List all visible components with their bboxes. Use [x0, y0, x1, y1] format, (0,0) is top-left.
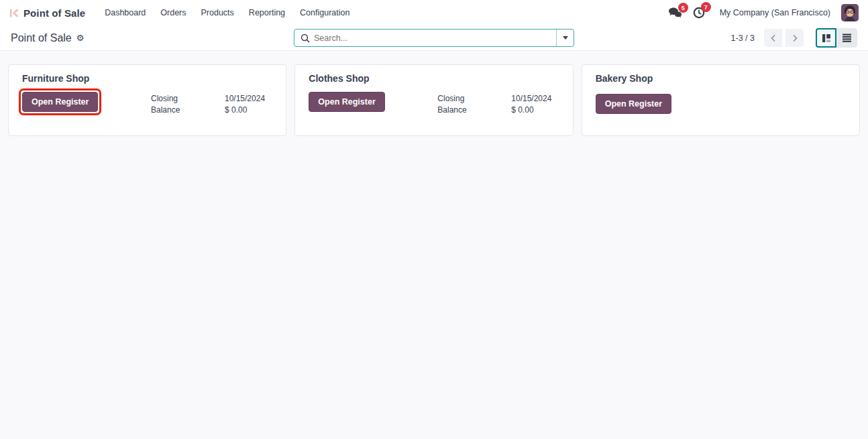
card-title[interactable]: Clothes Shop — [309, 73, 559, 84]
company-switcher[interactable]: My Company (San Francisco) — [720, 8, 830, 17]
search-icon — [294, 34, 314, 43]
chevron-down-icon — [563, 36, 568, 40]
closing-balance-label: Closing Balance — [151, 93, 191, 116]
closing-date: 10/15/2024 — [225, 93, 265, 105]
closing-balance-row: Closing Balance 10/15/2024 $ 0.00 — [151, 92, 265, 116]
open-register-button[interactable]: Open Register — [309, 92, 384, 112]
nav-item-orders[interactable]: Orders — [154, 5, 192, 21]
closing-amount: $ 0.00 — [511, 105, 551, 116]
closing-date: 10/15/2024 — [511, 93, 551, 105]
kanban-view-button[interactable] — [816, 28, 836, 48]
activities-badge: 7 — [701, 2, 711, 12]
list-icon — [842, 34, 852, 42]
chevron-left-icon — [769, 34, 777, 42]
nav-item-dashboard[interactable]: Dashboard — [99, 5, 152, 21]
nav-item-products[interactable]: Products — [195, 5, 240, 21]
open-register-button[interactable]: Open Register — [596, 94, 671, 114]
app-switcher[interactable]: Point of Sale — [9, 7, 85, 19]
main-menu: Dashboard Orders Products Reporting Conf… — [99, 5, 356, 21]
highlight-annotation: Open Register — [19, 88, 101, 115]
gear-icon[interactable]: ⚙ — [76, 34, 85, 42]
page-title[interactable]: Point of Sale — [11, 32, 72, 44]
nav-item-configuration[interactable]: Configuration — [294, 5, 356, 21]
closing-balance-label: Closing Balance — [437, 93, 478, 116]
user-avatar[interactable] — [841, 4, 859, 21]
open-register-button[interactable]: Open Register — [22, 92, 98, 112]
pos-card-furniture-shop: Furniture Shop Open Register Closing Bal… — [8, 64, 286, 136]
pager-counter: 1-3 / 3 — [731, 34, 755, 43]
list-view-button[interactable] — [836, 28, 857, 48]
search-input[interactable] — [314, 34, 556, 43]
pos-card-clothes-shop: Clothes Shop Open Register Closing Balan… — [294, 64, 573, 136]
closing-amount: $ 0.00 — [225, 105, 265, 116]
activities-button[interactable]: 7 — [693, 7, 705, 19]
search-bar — [294, 29, 574, 47]
pager-next-button[interactable] — [785, 29, 804, 47]
systray: 5 7 My Company (San Francisco) — [668, 4, 859, 21]
control-panel: Point of Sale ⚙ 1-3 / 3 — [0, 25, 868, 51]
card-title[interactable]: Furniture Shop — [22, 73, 272, 84]
pager-previous-button[interactable] — [764, 29, 782, 47]
top-navbar: Point of Sale Dashboard Orders Products … — [0, 0, 868, 25]
pos-app-icon — [9, 8, 19, 18]
kanban-view: Furniture Shop Open Register Closing Bal… — [0, 51, 868, 439]
pos-card-bakery-shop: Bakery Shop Open Register — [582, 64, 860, 136]
nav-item-reporting[interactable]: Reporting — [243, 5, 291, 21]
kanban-icon — [822, 34, 831, 43]
breadcrumb: Point of Sale ⚙ — [11, 32, 292, 44]
card-title[interactable]: Bakery Shop — [596, 73, 846, 84]
closing-balance-row: Closing Balance 10/15/2024 $ 0.00 — [437, 92, 551, 116]
search-options-toggle[interactable] — [556, 29, 574, 46]
messages-button[interactable]: 5 — [668, 7, 682, 18]
view-switcher — [816, 28, 857, 48]
app-name: Point of Sale — [23, 7, 85, 19]
chevron-right-icon — [791, 34, 799, 42]
messages-badge: 5 — [678, 3, 688, 13]
